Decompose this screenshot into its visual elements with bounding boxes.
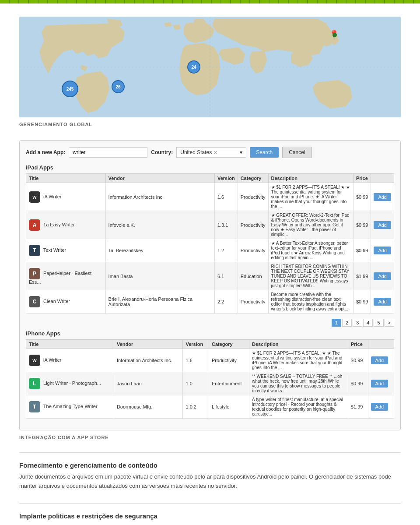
add-app-button[interactable]: Add xyxy=(374,221,391,229)
app-version: 2.2 xyxy=(214,290,238,314)
table-row: T The Amazing Type-Writer Doormouse Mfg.… xyxy=(26,395,394,419)
app-icon: A xyxy=(29,219,40,231)
col-header-category: Category xyxy=(238,174,268,183)
iphone-col-price: Price xyxy=(348,340,368,349)
app-price: $0.99 xyxy=(353,239,371,262)
app-description: ★ $1 FOR 2 APPS—IT'S A STEAL! ★ ★ The qu… xyxy=(268,183,353,211)
app-vendor: Doormouse Mfg. xyxy=(114,395,183,419)
svg-text:24: 24 xyxy=(191,65,196,70)
add-app-button[interactable]: Add xyxy=(371,403,388,411)
app-category: Entertainment xyxy=(209,372,249,395)
app-title: Clean Writer xyxy=(43,299,70,304)
col-header-version: Version xyxy=(214,174,238,183)
app-version: 1.2 xyxy=(214,239,238,262)
iphone-col-vendor: Vendor xyxy=(114,340,183,349)
app-price: $0.99 xyxy=(353,183,371,211)
app-add-cell: Add xyxy=(368,349,394,372)
app-version: 1.3.1 xyxy=(214,211,238,239)
app-icon: L xyxy=(29,378,40,389)
app-category: Productivity xyxy=(238,183,268,211)
add-app-button[interactable]: Add xyxy=(374,298,391,306)
app-icon: w xyxy=(29,191,40,203)
ipad-section-title: iPad Apps xyxy=(26,164,394,171)
app-version: 1.0 xyxy=(183,372,209,395)
country-clear-icon[interactable]: ✕ xyxy=(214,150,217,155)
app-title-cell: C Clean Writer xyxy=(26,290,106,314)
page-5[interactable]: 5 xyxy=(374,319,383,327)
app-category: Lifestyle xyxy=(209,395,249,419)
iphone-col-title: Title xyxy=(26,340,114,349)
add-app-button[interactable]: Add xyxy=(374,193,391,201)
search-button[interactable]: Search xyxy=(250,147,279,158)
security-paragraph-1: Proteja dispositivos móveis e seus dados… xyxy=(19,523,401,525)
add-app-label: Add a new App: xyxy=(26,149,65,155)
app-description: ★ $1 FOR 2 APPS—IT'S A STEAL! ★ ★ The qu… xyxy=(249,349,348,372)
app-category: Education xyxy=(238,262,268,290)
app-description: ★ GREAT OFFER: Word-2-Text for iPad & iP… xyxy=(268,211,353,239)
ipad-apps-table: Title Vendor Version Category Descriptio… xyxy=(26,173,394,314)
cancel-button[interactable]: Cancel xyxy=(282,147,312,158)
app-icon: P xyxy=(29,268,40,279)
ipad-pagination: 1 2 3 4 5 > xyxy=(26,319,394,327)
map-section-label: GERENCIAMENTO GLOBAL xyxy=(19,122,401,127)
app-category: Productivity xyxy=(238,239,268,262)
table-row: T Text Writer Tal Bereznitskey 1.2 Produ… xyxy=(26,239,394,262)
iphone-col-action xyxy=(368,340,394,349)
app-add-cell: Add xyxy=(371,211,394,239)
app-category: Productivity xyxy=(209,349,249,372)
country-select[interactable]: United States ✕ ▾ xyxy=(176,147,246,158)
app-title-cell: T The Amazing Type-Writer xyxy=(26,395,114,419)
app-title-cell: A 1a Easy Writer xyxy=(26,211,106,239)
iphone-section-title: iPhone Apps xyxy=(26,330,394,337)
app-icon: T xyxy=(29,245,40,256)
app-add-cell: Add xyxy=(368,372,394,395)
app-title: iA Writer xyxy=(43,194,61,199)
app-add-cell: Add xyxy=(371,183,394,211)
app-vendor: Jason Laan xyxy=(114,372,183,395)
app-description: Become more creative with the refreshing… xyxy=(268,290,353,314)
security-title: Implante politicas e restrições de segur… xyxy=(19,512,401,520)
app-icon: w xyxy=(29,355,40,366)
app-title: Text Writer xyxy=(43,247,66,253)
table-row: L Light Writer - Photograph... Jason Laa… xyxy=(26,372,394,395)
country-dropdown-icon[interactable]: ▾ xyxy=(240,149,242,155)
add-app-button[interactable]: Add xyxy=(371,380,388,388)
app-price: $0.99 xyxy=(348,349,368,372)
app-price: $0.99 xyxy=(353,211,371,239)
app-vendor: Brie I. Alexandru-Horia Persoana Fizica … xyxy=(105,290,214,314)
page-3[interactable]: 3 xyxy=(353,319,362,327)
app-icon: C xyxy=(29,296,40,307)
iphone-apps-table: Title Vendor Version Category Descriptio… xyxy=(26,339,394,419)
page-1[interactable]: 1 xyxy=(332,319,341,327)
app-store-section-label: INTEGRAÇÃO COM A APP STORE xyxy=(19,435,401,440)
app-title: Light Writer - Photograph... xyxy=(43,381,101,386)
app-store-section: Add a new App: Country: United States ✕ … xyxy=(19,140,401,440)
page-4[interactable]: 4 xyxy=(363,319,373,327)
map-container: 245 26 24 📍 xyxy=(19,17,401,117)
app-title-cell: L Light Writer - Photograph... xyxy=(26,372,114,395)
page-next[interactable]: > xyxy=(385,319,394,327)
content-section: Fornecimento e gerenciamento de conteúdo… xyxy=(19,452,401,491)
iphone-col-description: Description xyxy=(249,340,348,349)
app-search-input[interactable] xyxy=(69,147,147,158)
app-vendor: Infovole e.K. xyxy=(105,211,214,239)
app-category: Productivity xyxy=(238,290,268,314)
country-label: Country: xyxy=(151,149,173,155)
add-app-button[interactable]: Add xyxy=(374,272,391,280)
iphone-col-version: Version xyxy=(183,340,209,349)
add-app-button[interactable]: Add xyxy=(374,247,391,254)
content-paragraph-1: Junte documentos e arquivos em um pacote… xyxy=(19,472,401,491)
app-price: $0.99 xyxy=(353,290,371,314)
svg-text:26: 26 xyxy=(116,85,121,89)
app-version: 1.0.2 xyxy=(183,395,209,419)
app-version: 6.1 xyxy=(214,262,238,290)
table-row: w iA Writer Information Architects Inc. … xyxy=(26,183,394,211)
page-2[interactable]: 2 xyxy=(342,319,352,327)
app-description: ★ A Better Text-Editor A stronger, bette… xyxy=(268,239,353,262)
app-add-cell: Add xyxy=(371,239,394,262)
app-title-cell: w iA Writer xyxy=(26,349,114,372)
app-version: 1.6 xyxy=(183,349,209,372)
app-price: $1.99 xyxy=(348,395,368,419)
app-vendor: Iman Basta xyxy=(105,262,214,290)
add-app-button[interactable]: Add xyxy=(371,356,388,364)
